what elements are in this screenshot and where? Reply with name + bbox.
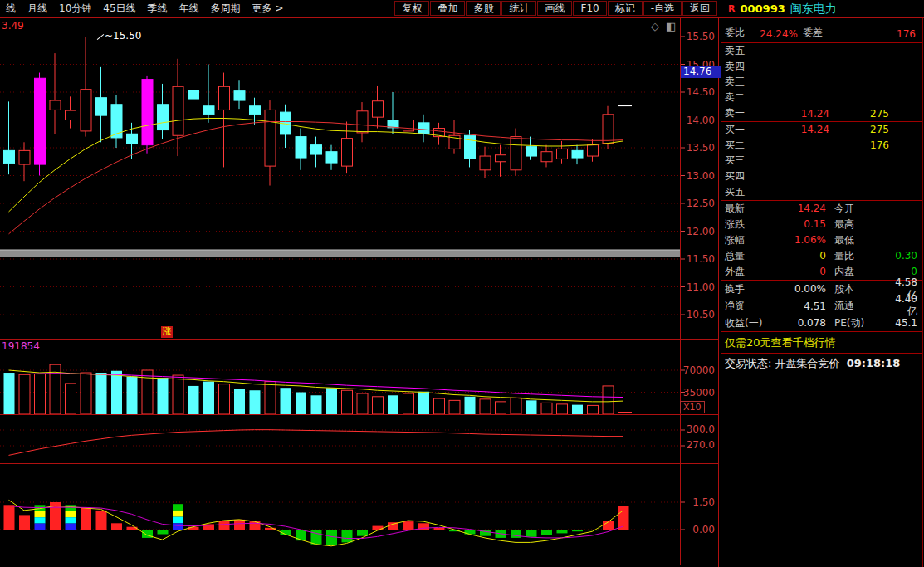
- level-label: 卖一: [721, 106, 756, 120]
- macd-bar-rainbow: [35, 511, 46, 517]
- level-label: 卖二: [721, 90, 756, 105]
- level2-promo-link[interactable]: 仅需20元查看千档行情: [721, 332, 922, 354]
- stat-label: 今开: [826, 202, 881, 216]
- level-volume: 176: [829, 139, 889, 151]
- macd-bar: [96, 511, 107, 530]
- candle: [403, 120, 414, 131]
- status-time: 09:18:18: [843, 357, 901, 369]
- stat-label: 外盘: [721, 265, 761, 279]
- volume-bar: [588, 405, 599, 414]
- stat-label: 内盘: [826, 265, 881, 279]
- volume-bar: [326, 388, 337, 414]
- weibi-row: 委比 24.24% 委差 176: [721, 18, 922, 43]
- pane-split-icon[interactable]: ◧: [666, 21, 676, 32]
- top-menu-bar: 线月线10分钟45日线季线年线多周期更多 > 复权叠加多股统计画线F10标记-自…: [0, 0, 924, 18]
- macd-bar-rainbow: [173, 523, 183, 530]
- volume-bar: [388, 395, 398, 414]
- candle: [81, 90, 91, 131]
- volume-bar: [541, 403, 552, 414]
- menu-item[interactable]: 更多 >: [247, 2, 290, 14]
- macd-bar: [296, 530, 306, 540]
- diamond-icon[interactable]: ◇: [651, 21, 659, 32]
- toolbar-button[interactable]: 复权: [394, 1, 429, 16]
- candle: [4, 150, 15, 163]
- volume-bar: [173, 375, 183, 414]
- toolbar-button[interactable]: 统计: [501, 1, 536, 16]
- macd-bar: [526, 530, 537, 537]
- macd-bar-rainbow: [173, 511, 183, 517]
- toolbar-button[interactable]: 标记: [608, 1, 643, 16]
- candle: [35, 78, 46, 164]
- axis-label: 14.00: [687, 115, 715, 126]
- sell-orderbook: 卖五卖四卖三卖二卖一14.24275: [721, 43, 922, 122]
- stat-label: 最新: [721, 202, 761, 216]
- stock-code: 000993: [740, 2, 785, 15]
- level-label: 买五: [721, 185, 756, 199]
- menu-item[interactable]: 10分钟: [53, 2, 97, 14]
- level-label: 买三: [721, 154, 756, 168]
- menu-item[interactable]: 季线: [142, 2, 174, 14]
- menu-item[interactable]: 月线: [22, 2, 53, 14]
- level-label: 买一: [721, 123, 756, 137]
- menu-item[interactable]: 年线: [174, 2, 205, 14]
- buy-orderbook: 买一14.24275买二176买三买四买五: [721, 122, 922, 201]
- sell-level-row: 卖二: [721, 90, 922, 105]
- axis-label: 35000: [683, 387, 715, 398]
- stat-value: 0.00%: [771, 283, 826, 295]
- fundamental-stats: 换手0.00%股本4.58亿净资4.51流通4.40亿收益(一)0.078PE(…: [721, 281, 922, 333]
- menu-item[interactable]: 45日线: [97, 2, 141, 14]
- level-label: 卖四: [721, 60, 756, 74]
- toolbar-button[interactable]: 返回: [682, 1, 717, 16]
- stat-value: 0.078: [771, 317, 826, 329]
- macd-bar: [234, 520, 245, 530]
- candle: [250, 106, 261, 115]
- volume-bar: [526, 400, 537, 414]
- level-label: 买二: [721, 139, 756, 153]
- pane-splitter[interactable]: [0, 250, 681, 257]
- axis-label: 11.00: [687, 281, 715, 293]
- stat-label: 流通: [826, 299, 886, 313]
- volume-bar: [449, 400, 460, 414]
- macd-bar: [158, 530, 169, 535]
- candle: [511, 137, 521, 170]
- quote-row: 涨幅1.06%最低: [721, 232, 922, 248]
- volume-scale-tag: X10: [680, 401, 705, 413]
- menu-item[interactable]: 线: [0, 2, 22, 14]
- macd-bar-rainbow: [35, 517, 46, 523]
- toolbar-button[interactable]: 画线: [537, 1, 572, 16]
- stat-label: 总量: [721, 249, 761, 263]
- sell-level-row: 卖五: [721, 43, 922, 59]
- volume-bar: [66, 384, 76, 414]
- toolbar-button[interactable]: F10: [573, 1, 606, 16]
- macd-bar: [588, 530, 599, 530]
- buy-level-row: 买四: [721, 169, 922, 184]
- current-price-tag: 14.76: [681, 66, 721, 78]
- toolbar-button[interactable]: 多股: [466, 1, 501, 16]
- volume-bar: [418, 392, 429, 414]
- macd-bar-rainbow: [66, 505, 76, 511]
- level-volume: 275: [829, 108, 889, 120]
- stat-label: 股本: [826, 282, 886, 296]
- candle: [19, 150, 30, 164]
- macd-bar: [311, 530, 322, 545]
- candle: [557, 149, 568, 159]
- volume-bar: [127, 377, 138, 414]
- quote-row: 总量0量比0.30: [721, 248, 922, 264]
- macd-bar: [357, 530, 368, 536]
- kline-chart: 15.5015.0014.5014.0013.5013.0012.5012.00…: [0, 18, 721, 567]
- buy-level-row: 买一14.24275: [721, 122, 922, 138]
- volume-bar: [142, 370, 153, 414]
- axis-label: 12.00: [687, 226, 715, 237]
- candle: [219, 86, 230, 110]
- axis-label: 270.0: [687, 439, 715, 451]
- stat-value: 1.06%: [761, 234, 826, 246]
- weibi-value: 24.24%: [745, 28, 798, 40]
- menu-item[interactable]: 多周期: [205, 2, 247, 14]
- level-label: 买四: [721, 169, 756, 183]
- stat-label: PE(动): [826, 316, 886, 330]
- fundamental-row: 净资4.51流通4.40亿: [721, 297, 922, 315]
- toolbar-button[interactable]: -自选: [643, 1, 682, 16]
- stat-value: 0: [761, 250, 826, 262]
- toolbar-button[interactable]: 叠加: [430, 1, 465, 16]
- stat-value: 14.24: [761, 203, 826, 214]
